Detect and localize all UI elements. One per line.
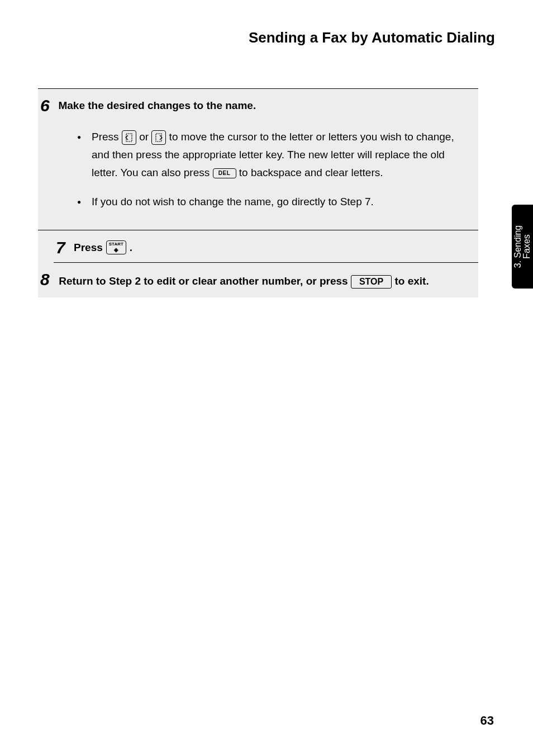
step-8-title-a: Return to Step 2 to edit or clear anothe… xyxy=(59,275,351,287)
text-fragment: or xyxy=(139,131,151,143)
step-7-title-a: Press xyxy=(74,241,103,254)
text-fragment: to backspace and clear letters. xyxy=(239,167,383,178)
tab-line-2: Faxes xyxy=(522,234,531,259)
svg-rect-1 xyxy=(156,134,161,141)
step-6-bullet-2: If you do not wish to change the name, g… xyxy=(75,193,463,211)
side-tab-text: 3. Sending Faxes xyxy=(513,225,531,268)
diamond-icon: ◈ xyxy=(114,247,118,253)
page-number: 63 xyxy=(480,714,494,728)
step-6: 6 Make the desired changes to the name. … xyxy=(38,89,478,230)
step-8-number: 8 xyxy=(40,273,56,286)
del-key-icon: DEL xyxy=(213,168,236,178)
step-6-body: Press or to move the cursor to the lette… xyxy=(75,128,463,211)
page-title: Sending a Fax by Automatic Dialing xyxy=(0,29,495,46)
step-6-title: Make the desired changes to the name. xyxy=(58,100,256,111)
step-6-number: 6 xyxy=(40,99,56,112)
instruction-block: 6 Make the desired changes to the name. … xyxy=(38,88,478,297)
step-8-title-b: to exit. xyxy=(394,275,429,287)
right-arrow-key-icon xyxy=(151,130,166,145)
text-fragment: Press xyxy=(92,131,122,143)
side-tab: 3. Sending Faxes xyxy=(512,205,533,289)
left-arrow-key-icon xyxy=(122,130,136,145)
step-6-bullet-1: Press or to move the cursor to the lette… xyxy=(75,128,463,182)
stop-key-icon: STOP xyxy=(351,275,392,289)
tab-line-1: 3. Sending xyxy=(513,225,522,268)
step-7-title-b: . xyxy=(130,241,132,254)
step-7: 7 Press START ◈ . xyxy=(54,230,478,263)
svg-rect-0 xyxy=(126,134,132,141)
start-key-icon: START ◈ xyxy=(106,240,126,254)
step-8: 8 Return to Step 2 to edit or clear anot… xyxy=(38,263,478,297)
step-7-number: 7 xyxy=(56,241,70,254)
